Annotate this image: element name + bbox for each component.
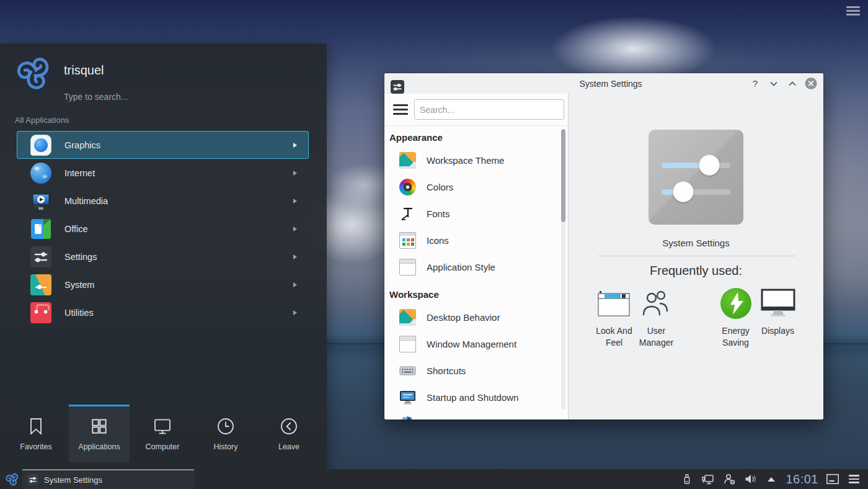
leave-icon (279, 416, 299, 436)
shortcut-user-manager[interactable]: User Manager (636, 287, 677, 349)
shortcut-displays[interactable]: Displays (758, 287, 799, 349)
settings-category-icon (30, 246, 51, 267)
launcher-user-name: trisquel (64, 63, 104, 78)
sidebar-item-workspace-theme[interactable]: Workspace Theme (389, 147, 568, 174)
app-name-label: System Settings (569, 238, 823, 248)
desktop: trisquel Type to search... All Applicati… (0, 0, 868, 489)
submenu-arrow-icon (293, 171, 297, 176)
user-manager-icon (641, 287, 672, 320)
network-icon[interactable] (701, 472, 715, 486)
launcher-item-office[interactable]: Office (17, 215, 309, 243)
multimedia-category-icon (30, 191, 51, 212)
section-header-workspace: Workspace (389, 285, 568, 304)
window-management-icon (399, 336, 416, 352)
panel-menu-icon[interactable] (847, 472, 861, 486)
desktop-behavior-icon (399, 309, 416, 326)
sidebar-item-shortcuts[interactable]: Shortcuts (389, 357, 568, 384)
volume-icon[interactable] (743, 472, 757, 486)
system-settings-window: System Settings ? (384, 73, 823, 419)
submenu-arrow-icon (293, 282, 297, 287)
desktop-toolbox-menu-icon[interactable] (846, 6, 860, 17)
system-tray: 16:01 (680, 472, 868, 487)
launcher-item-multimedia[interactable]: Multimedia (17, 187, 309, 215)
taskbar: System Settings (0, 469, 868, 489)
sidebar-menu-icon[interactable] (393, 104, 408, 115)
grid-icon (89, 416, 109, 436)
system-category-icon (30, 274, 51, 295)
user-switch-icon[interactable] (722, 472, 736, 486)
taskbar-launcher-button[interactable] (5, 472, 20, 487)
graphics-category-icon (30, 135, 51, 156)
monitor-icon (153, 416, 172, 436)
launcher-item-utilities[interactable]: Utilities (17, 298, 309, 326)
launcher-item-graphics[interactable]: Graphics (17, 131, 309, 159)
internet-category-icon (30, 163, 51, 184)
application-style-icon (399, 259, 416, 276)
look-and-feel-icon (597, 287, 632, 320)
sidebar-item-window-management[interactable]: Window Management (389, 331, 568, 357)
tab-computer[interactable]: Computer (132, 405, 193, 462)
search-file-icon (399, 416, 416, 419)
color-wheel-icon (399, 179, 416, 195)
clock-icon (216, 416, 236, 436)
sidebar-scrollbar[interactable] (561, 129, 565, 410)
removable-device-icon[interactable] (680, 472, 694, 486)
submenu-arrow-icon (293, 254, 297, 259)
tab-favorites[interactable]: Favorites (6, 405, 66, 462)
system-settings-app-icon (649, 130, 743, 225)
sidebar-item-search[interactable]: Search (389, 411, 568, 419)
shortcut-look-and-feel[interactable]: Look And Feel (594, 287, 635, 349)
settings-search-input[interactable] (414, 99, 564, 120)
launcher-tabs: Favorites Applications Computer Hist (0, 405, 327, 462)
show-desktop-icon[interactable] (826, 472, 839, 486)
trisquel-logo-icon (15, 53, 53, 92)
divider (598, 256, 795, 256)
sidebar-item-startup-and-shutdown[interactable]: Startup and Shutdown (389, 384, 568, 411)
window-titlebar[interactable]: System Settings ? (384, 73, 823, 94)
tab-leave[interactable]: Leave (259, 405, 319, 462)
submenu-arrow-icon (293, 199, 297, 204)
shortcut-energy-saving[interactable]: Energy Saving (715, 287, 756, 349)
window-settings-icon (391, 80, 404, 94)
sidebar-item-fonts[interactable]: Fonts (389, 200, 568, 227)
task-system-settings[interactable]: System Settings (22, 469, 194, 489)
sidebar-item-colors[interactable]: Colors (389, 174, 568, 200)
digital-clock[interactable]: 16:01 (786, 472, 818, 487)
application-launcher: trisquel Type to search... All Applicati… (0, 43, 327, 469)
sidebar-item-desktop-behavior[interactable]: Desktop Behavior (389, 304, 568, 331)
bookmark-icon (26, 416, 46, 436)
keyboard-icon (399, 362, 416, 379)
sidebar-category-list: Appearance Workspace Theme Colors (384, 126, 568, 419)
help-button[interactable]: ? (749, 78, 761, 90)
fonts-icon (399, 205, 416, 222)
displays-icon (760, 287, 796, 320)
submenu-arrow-icon (293, 143, 297, 148)
sidebar-item-icons[interactable]: Icons (389, 227, 568, 254)
section-header-appearance: Appearance (389, 128, 568, 147)
close-button[interactable] (805, 78, 817, 90)
settings-main-pane: System Settings Frequently used: (569, 94, 823, 419)
launcher-category-list: Graphics Internet (17, 131, 309, 326)
tab-applications[interactable]: Applications (69, 405, 130, 462)
submenu-arrow-icon (293, 227, 297, 231)
launcher-item-settings[interactable]: Settings (17, 243, 309, 271)
frequently-used-row: Look And Feel User Manager (569, 287, 823, 349)
tab-history[interactable]: History (195, 405, 256, 462)
startup-shutdown-icon (399, 389, 416, 406)
submenu-arrow-icon (293, 310, 297, 315)
sidebar-search-row (384, 94, 568, 126)
expand-tray-icon[interactable] (764, 472, 778, 486)
settings-sidebar: Appearance Workspace Theme Colors (384, 94, 569, 419)
minimize-button[interactable] (768, 78, 780, 90)
sidebar-item-application-style[interactable]: Application Style (389, 254, 568, 280)
launcher-search-field[interactable]: Type to search... (64, 92, 128, 102)
maximize-button[interactable] (786, 78, 799, 90)
icons-grid-icon (399, 232, 416, 249)
launcher-item-system[interactable]: System (17, 271, 309, 298)
office-category-icon (30, 218, 51, 240)
utilities-category-icon (30, 302, 51, 323)
launcher-section-label: All Applications (15, 115, 69, 125)
sidebar-scrollbar-thumb[interactable] (561, 129, 565, 222)
frequently-used-heading: Frequently used: (569, 264, 823, 278)
launcher-item-internet[interactable]: Internet (17, 159, 309, 187)
